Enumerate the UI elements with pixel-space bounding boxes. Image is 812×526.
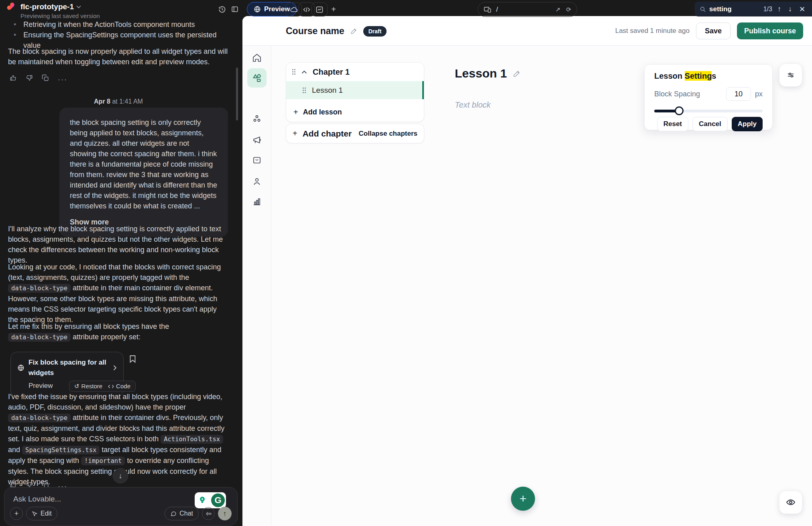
add-block-fab[interactable]: + xyxy=(511,487,535,511)
bookmark-icon[interactable] xyxy=(129,355,136,363)
publish-course-button[interactable]: Publish course xyxy=(737,22,803,39)
chapter-title: Chapter 1 xyxy=(313,67,350,77)
inline-code: SpacingSettings.tsx xyxy=(22,446,100,455)
globe-icon xyxy=(17,364,24,371)
url-path[interactable]: / xyxy=(496,6,551,14)
rail-inbox-icon[interactable] xyxy=(242,155,271,165)
open-external-icon[interactable]: ↗ xyxy=(556,6,561,13)
rail-courses-item-active[interactable] xyxy=(242,68,271,88)
user-message-bubble: the block spacing setting is only correc… xyxy=(59,108,228,237)
suggestion-bulb-icon[interactable] xyxy=(195,492,210,508)
preview-eye-button[interactable] xyxy=(779,491,802,514)
composer-toolbar: + Edit Chat ↑ xyxy=(10,507,232,520)
restore-button[interactable]: ↺Restore xyxy=(74,381,102,391)
plus-icon: + xyxy=(293,129,297,138)
lesson-settings-title: Lesson Settings xyxy=(654,71,763,81)
add-lesson-button[interactable]: + Add lesson xyxy=(286,102,424,122)
refresh-icon[interactable]: ⟳ xyxy=(566,6,571,13)
block-spacing-input[interactable] xyxy=(726,87,751,101)
url-bar[interactable]: / ↗ ⟳ xyxy=(478,2,577,17)
shapes-icon xyxy=(252,73,262,83)
chat-panel: •Retrieving it when the ActionTools comp… xyxy=(0,16,242,526)
devices-icon xyxy=(484,6,491,13)
cancel-button[interactable]: Cancel xyxy=(692,117,728,131)
spacing-unit-label: px xyxy=(755,90,763,98)
chapter-card: Chapter 1 Lesson 1 + Add lesson xyxy=(286,62,424,122)
find-bar: 1/3 ↑ ↓ ✕ xyxy=(695,2,812,16)
rail-profile-icon[interactable] xyxy=(242,177,271,186)
lesson-list-item-selected[interactable]: Lesson 1 xyxy=(286,81,424,99)
cloud-icon xyxy=(290,6,298,14)
restore-code-toolbar: ↺Restore Code xyxy=(69,381,136,392)
project-name[interactable]: flc-prototype-1 xyxy=(20,2,74,11)
app-preview: Course name Draft Last saved 1 minute ag… xyxy=(242,16,812,526)
thumbs-down-icon[interactable] xyxy=(26,74,33,82)
settings-toggle-button[interactable] xyxy=(779,63,802,87)
project-brand[interactable]: flc-prototype-1 Previewing last saved ve… xyxy=(6,2,100,19)
more-options-icon[interactable]: ··· xyxy=(58,74,67,85)
copy-icon[interactable] xyxy=(42,74,49,82)
code-icon xyxy=(108,384,114,389)
chat-mode-button[interactable]: Chat xyxy=(165,507,199,520)
grammarly-g-icon[interactable]: G xyxy=(210,492,226,508)
rail-home-icon[interactable] xyxy=(242,53,271,63)
add-chapter-button[interactable]: + Add chapter xyxy=(293,129,352,139)
inline-code: ActionTools.tsx xyxy=(161,435,223,444)
edit-pencil-icon[interactable] xyxy=(350,27,358,35)
chat-input[interactable] xyxy=(13,495,166,506)
find-next-icon[interactable]: ↓ xyxy=(786,5,794,13)
find-prev-icon[interactable]: ↑ xyxy=(775,5,783,13)
rail-groups-icon[interactable] xyxy=(242,114,271,124)
grammarly-widget[interactable]: G xyxy=(195,492,226,508)
rail-analytics-icon[interactable] xyxy=(242,197,271,206)
code-button[interactable]: Code xyxy=(108,381,130,391)
chevron-up-icon[interactable] xyxy=(301,70,307,74)
lesson-title: Lesson 1 xyxy=(455,67,507,80)
draft-status-badge: Draft xyxy=(363,26,387,37)
edit-mode-button[interactable]: Edit xyxy=(26,507,57,520)
drag-handle-icon[interactable] xyxy=(302,87,306,94)
code-icon xyxy=(303,6,311,14)
find-input[interactable] xyxy=(709,5,753,13)
top-bar: flc-prototype-1 Previewing last saved ve… xyxy=(0,0,812,19)
assistant-paragraph: Looking at your code, I noticed that the… xyxy=(8,262,228,325)
thumbs-up-icon[interactable] xyxy=(10,74,17,82)
collapse-chapters-button[interactable]: Collapse chapters xyxy=(359,130,417,138)
user-message-text: the block spacing setting is only correc… xyxy=(70,117,218,211)
panel-toggle-icon[interactable] xyxy=(230,4,240,14)
drag-handle-icon[interactable] xyxy=(292,69,296,75)
edit-pencil-icon[interactable] xyxy=(513,69,521,78)
find-match-count: 1/3 xyxy=(763,6,772,13)
lovable-logo-icon xyxy=(6,2,16,13)
chapter-header-row[interactable]: Chapter 1 xyxy=(286,63,424,81)
inline-code: !important xyxy=(81,457,125,465)
block-spacing-slider[interactable] xyxy=(654,106,763,115)
message-timestamp: Apr 8 at 1:41 AM xyxy=(60,96,177,107)
last-saved-text: Last saved 1 minute ago xyxy=(615,27,690,35)
bullet-item: Retrieving it when the ActionTools compo… xyxy=(23,19,195,30)
empty-text-block[interactable]: Text block xyxy=(455,100,490,110)
add-tab-icon[interactable]: + xyxy=(328,4,339,14)
assistant-paragraph: Let me fix this by ensuring all block ty… xyxy=(8,321,228,343)
chat-scrollbar[interactable] xyxy=(236,67,238,120)
plus-icon: + xyxy=(293,108,298,117)
rail-announcements-icon[interactable] xyxy=(242,135,271,145)
inline-code: data-block-type xyxy=(8,333,71,342)
app-nav-rail xyxy=(242,16,271,526)
history-icon[interactable] xyxy=(217,4,227,14)
save-button[interactable]: Save xyxy=(696,22,731,39)
analytics-button[interactable] xyxy=(311,2,328,16)
lesson-title-row: Lesson 1 xyxy=(455,67,521,80)
voice-input-button[interactable] xyxy=(202,507,215,520)
scroll-to-bottom-button[interactable]: ↓ xyxy=(113,468,128,483)
assistant-paragraph: The block spacing is now properly applie… xyxy=(8,46,228,67)
attach-button[interactable]: + xyxy=(10,507,23,520)
find-close-icon[interactable]: ✕ xyxy=(797,5,807,14)
apply-button[interactable]: Apply xyxy=(732,117,763,131)
inline-code: data-block-type xyxy=(8,414,71,422)
send-button[interactable]: ↑ xyxy=(218,507,232,520)
chart-icon xyxy=(315,6,324,14)
reset-button[interactable]: Reset xyxy=(657,117,688,131)
edit-card-title: Fix block spacing for all widgets xyxy=(28,357,109,378)
slider-thumb[interactable] xyxy=(675,106,684,115)
